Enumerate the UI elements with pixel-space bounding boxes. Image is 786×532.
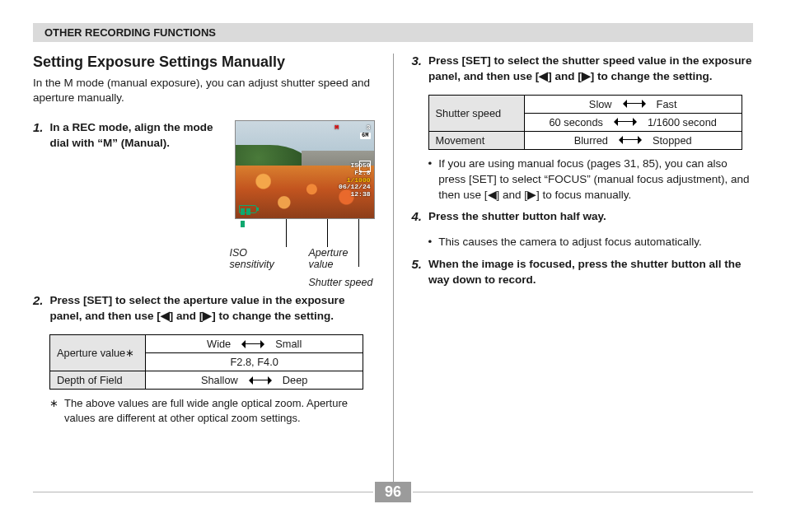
step-text: Press the shutter button half way. bbox=[428, 209, 753, 225]
section-header: OTHER RECORDING FUNCTIONS bbox=[33, 23, 753, 42]
step-3: 3. Press [SET] to select the shutter spe… bbox=[412, 54, 754, 85]
step-5: 5. When the image is focused, press the … bbox=[412, 257, 754, 288]
page-footer: 96 bbox=[33, 482, 753, 516]
step-number: 1. bbox=[33, 120, 44, 283]
osd-mode: M bbox=[335, 124, 339, 131]
battery-icon bbox=[239, 205, 257, 213]
manual-page: OTHER RECORDING FUNCTIONS Setting Exposu… bbox=[0, 0, 786, 532]
shutter-60s: 60 seconds bbox=[549, 116, 602, 128]
footnote-text: The above values are full wide angle opt… bbox=[64, 396, 375, 425]
double-arrow-icon bbox=[620, 100, 648, 108]
callout-shutter: Shutter speed bbox=[309, 277, 375, 288]
left-column: Setting Exposure Settings Manually In th… bbox=[33, 54, 375, 498]
aperture-hdr: Aperture value∗ bbox=[50, 335, 146, 371]
shutter-hdr: Shutter speed bbox=[428, 95, 524, 131]
figure-callouts: ISO sensitivity Aperture value Shutter s… bbox=[235, 247, 375, 283]
column-divider bbox=[393, 54, 394, 498]
intro-text: In the M mode (manual exposure), you can… bbox=[33, 76, 375, 105]
step-text: Press [SET] to select the aperture value… bbox=[50, 293, 375, 324]
shutter-fast: Fast bbox=[657, 98, 677, 110]
double-arrow-icon bbox=[616, 136, 644, 144]
two-column-layout: Setting Exposure Settings Manually In th… bbox=[33, 54, 753, 498]
bullet-text: If you are using manual focus (pages 31,… bbox=[438, 156, 753, 203]
shutter-table: Shutter speed Slow Fast 60 seconds bbox=[428, 95, 742, 150]
callout-aperture: Aperture value bbox=[308, 247, 374, 270]
shutter-1600: 1/1600 second bbox=[648, 116, 717, 128]
shutter-slow: Slow bbox=[589, 98, 612, 110]
double-arrow-icon bbox=[239, 340, 267, 348]
osd-time: 12:38 bbox=[335, 191, 370, 198]
dof-deep: Deep bbox=[283, 374, 308, 386]
movement-hdr: Movement bbox=[428, 131, 524, 149]
manual-focus-note: If you are using manual focus (pages 31,… bbox=[428, 156, 754, 203]
step-number: 2. bbox=[33, 293, 44, 324]
step-number: 4. bbox=[412, 209, 423, 225]
bullet-icon bbox=[428, 156, 433, 203]
aperture-table: Aperture value∗ Wide Small F2.8, F4.0 De… bbox=[49, 334, 363, 390]
step4-note: This causes the camera to adjust focus a… bbox=[428, 235, 754, 250]
callout-iso: ISO sensitivity bbox=[230, 247, 294, 270]
lcd-preview: M 3 6M ISO50 F2.8 1/1000 06/12/24 12:38 bbox=[235, 120, 375, 219]
step-number: 5. bbox=[412, 257, 423, 288]
step-4: 4. Press the shutter button half way. bbox=[412, 209, 754, 225]
right-column: 3. Press [SET] to select the shutter spe… bbox=[412, 54, 754, 498]
bullet-text: This causes the camera to adjust focus a… bbox=[438, 235, 701, 250]
lcd-figure: M 3 6M ISO50 F2.8 1/1000 06/12/24 12:38 bbox=[235, 120, 375, 283]
aperture-small: Small bbox=[275, 338, 302, 350]
osd-focus-icon bbox=[359, 161, 371, 172]
step-1: 1. In a REC mode, align the mode dial wi… bbox=[33, 120, 375, 283]
movement-stopped: Stopped bbox=[653, 134, 692, 147]
dof-hdr: Depth of Field bbox=[50, 371, 146, 390]
step-2: 2. Press [SET] to select the aperture va… bbox=[33, 293, 375, 324]
dof-shallow: Shallow bbox=[201, 374, 238, 386]
movement-blurred: Blurred bbox=[574, 134, 608, 147]
bullet-icon bbox=[428, 235, 433, 250]
osd-size: 6M bbox=[360, 133, 370, 139]
page-title: Setting Exposure Settings Manually bbox=[33, 54, 375, 71]
aperture-footnote: ∗ The above values are full wide angle o… bbox=[49, 396, 375, 425]
step-number: 3. bbox=[412, 54, 423, 85]
step-text: In a REC mode, align the mode dial with … bbox=[50, 120, 227, 152]
osd-count: 3 bbox=[367, 124, 371, 131]
aperture-wide: Wide bbox=[207, 338, 231, 350]
footnote-symbol: ∗ bbox=[49, 396, 58, 425]
step-text: Press [SET] to select the shutter speed … bbox=[428, 54, 753, 85]
aperture-values: F2.8, F4.0 bbox=[146, 353, 363, 371]
page-number: 96 bbox=[375, 482, 411, 502]
double-arrow-icon bbox=[246, 376, 274, 385]
step-text: When the image is focused, press the shu… bbox=[428, 257, 753, 288]
double-arrow-icon bbox=[611, 118, 639, 126]
